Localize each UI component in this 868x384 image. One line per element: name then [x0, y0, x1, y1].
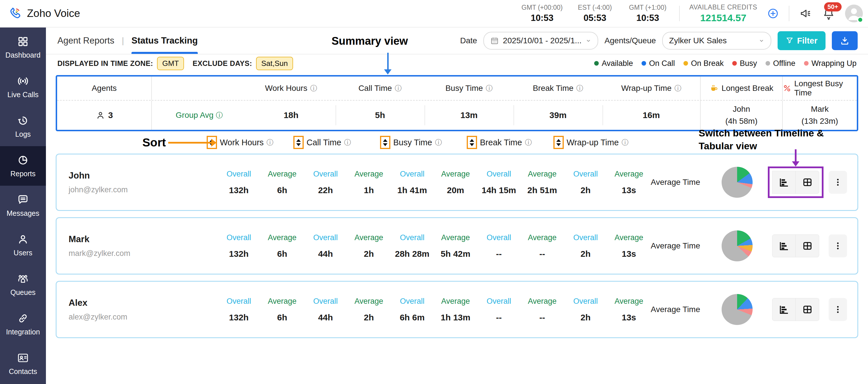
summary-col-call-time: Call Timeⓘ	[336, 76, 425, 100]
work-hours-overall: Overall132h	[217, 170, 260, 195]
tab-agent-reports[interactable]: Agent Reports	[57, 28, 114, 54]
chevron-down-icon	[586, 38, 591, 43]
summary-col-busy-time: Busy Timeⓘ	[425, 76, 514, 100]
wrap-up-overall: Overall2h	[564, 170, 607, 195]
sidebar-item-label: Contacts	[9, 368, 37, 376]
sidebar-item-reports[interactable]: Reports	[0, 146, 46, 186]
call-time-overall: Overall44h	[304, 297, 347, 322]
summary-empty-cell	[152, 76, 247, 100]
info-icon[interactable]: ⓘ	[267, 138, 274, 147]
sidebar-item-label: Queues	[10, 288, 36, 296]
busy-time-average: Average5h 42m	[434, 233, 477, 259]
sidebar-item-queues[interactable]: Queues	[0, 265, 46, 304]
info-icon[interactable]: ⓘ	[435, 138, 442, 147]
history-clock-icon	[17, 115, 29, 127]
people-group-icon	[17, 273, 29, 285]
sort-call-time-button[interactable]	[293, 136, 304, 149]
legend-label: On Break	[691, 59, 724, 68]
work-hours-average: Average6h	[260, 233, 304, 259]
summary-wrap-up-value: 16m	[602, 101, 700, 130]
busy-time-overall: Overall6h 6m	[391, 297, 434, 322]
app-logo[interactable]: Zoho Voice	[7, 6, 80, 21]
sort-break-time-button[interactable]	[467, 136, 477, 149]
credits-value: 121514.57	[689, 12, 757, 24]
sidebar-item-users[interactable]: Users	[0, 225, 46, 265]
info-icon[interactable]: ⓘ	[216, 111, 223, 120]
agents-queue-label: Agents/Queue	[604, 36, 656, 45]
summary-break-time-value: 39m	[514, 101, 602, 130]
notifications-button[interactable]: 50+	[822, 7, 835, 20]
info-icon[interactable]: ⓘ	[622, 138, 629, 147]
sort-work-hours-button[interactable]	[207, 136, 217, 149]
call-time-average: Average2h	[347, 297, 391, 322]
timeline-view-button[interactable]	[772, 171, 796, 194]
info-icon[interactable]: ⓘ	[344, 138, 351, 147]
sidebar-item-integration[interactable]: Integration	[0, 304, 46, 344]
top-bar: Zoho Voice GMT (+00:00) 10:53 EST (-4:00…	[0, 0, 868, 28]
sidebar-item-logs[interactable]: Logs	[0, 107, 46, 146]
tabular-view-button[interactable]	[796, 171, 819, 194]
tabular-view-button[interactable]	[796, 298, 819, 321]
presence-status-dot	[857, 16, 863, 23]
summary-agent-count: 3	[57, 101, 152, 130]
add-credits-button[interactable]	[767, 7, 779, 20]
clock-zone-label: GMT (+00:00)	[521, 4, 564, 11]
legend-dot	[804, 61, 809, 66]
tabular-view-button[interactable]	[796, 235, 819, 257]
agent-identity: Mark mark@zylker.com	[67, 234, 217, 258]
agent-row-alex: Alex alex@zylker.com Overall132h Average…	[56, 281, 858, 338]
calendar-icon	[490, 36, 499, 45]
info-icon[interactable]: ⓘ	[486, 84, 493, 93]
clock-time: 10:53	[521, 13, 564, 23]
info-bar: DISPLAYED IN TIME ZONE: GMT EXCLUDE DAYS…	[46, 55, 868, 72]
download-button[interactable]	[832, 31, 858, 50]
work-hours-overall: Overall132h	[217, 297, 260, 322]
agents-queue-select[interactable]: Zylker UK Sales	[662, 32, 771, 49]
available-credits: AVAILABLE CREDITS 121514.57	[689, 3, 757, 24]
legend-wrapping-up: Wrapping Up	[804, 59, 857, 68]
sidebar-item-contacts[interactable]: Contacts	[0, 344, 46, 383]
view-toggle-group	[768, 167, 824, 198]
info-icon[interactable]: ⓘ	[395, 84, 402, 93]
legend-on-call: On Call	[642, 59, 675, 68]
clock-gmt-plus1: GMT (+1:00) 10:53	[626, 4, 670, 23]
sidebar-item-live-calls[interactable]: Live Calls	[0, 67, 46, 107]
link-icon	[17, 312, 29, 324]
legend-dot	[683, 61, 688, 66]
timeline-view-button[interactable]	[772, 298, 796, 321]
user-avatar[interactable]	[845, 5, 863, 22]
status-pie-chart	[713, 167, 762, 198]
header-busy-time: Busy Timeⓘ	[380, 136, 442, 149]
row-menu-button[interactable]	[829, 235, 847, 257]
funnel-icon	[786, 37, 794, 45]
sidebar-item-messages[interactable]: Messages	[0, 186, 46, 225]
announcements-button[interactable]	[799, 7, 812, 20]
header-call-time: Call Timeⓘ	[293, 136, 351, 149]
header-break-time: Break Timeⓘ	[467, 136, 532, 149]
date-label: Date	[460, 36, 477, 45]
tab-status-tracking[interactable]: Status Tracking	[131, 28, 198, 54]
sort-busy-time-button[interactable]	[380, 136, 391, 149]
row-menu-button[interactable]	[829, 171, 847, 194]
info-icon[interactable]: ⓘ	[310, 84, 317, 93]
info-icon[interactable]: ⓘ	[577, 84, 583, 93]
live-broadcast-icon	[17, 75, 29, 87]
average-time-label: Average Time	[651, 303, 713, 315]
sidebar-item-label: Logs	[15, 130, 31, 138]
summary-work-hours-value: 18h	[247, 101, 336, 130]
sidebar-item-dashboard[interactable]: Dashboard	[0, 28, 46, 67]
timeline-view-button[interactable]	[772, 235, 796, 257]
coffee-cup-icon	[710, 84, 719, 93]
busy-percent-icon	[783, 84, 792, 93]
wrap-up-overall: Overall2h	[564, 233, 607, 259]
agent-row-mark: Mark mark@zylker.com Overall132h Average…	[56, 217, 858, 275]
row-menu-button[interactable]	[829, 298, 847, 321]
legend-dot	[642, 61, 646, 66]
break-time-average: Average--	[520, 233, 564, 259]
info-icon[interactable]: ⓘ	[675, 84, 681, 93]
info-icon[interactable]: ⓘ	[525, 138, 532, 147]
filter-button[interactable]: Filter	[778, 31, 826, 50]
exclude-days-label: EXCLUDE DAYS:	[193, 59, 252, 68]
date-range-picker[interactable]: 2025/10/01 - 2025/1...	[484, 32, 598, 49]
sort-wrap-up-button[interactable]	[553, 136, 564, 149]
